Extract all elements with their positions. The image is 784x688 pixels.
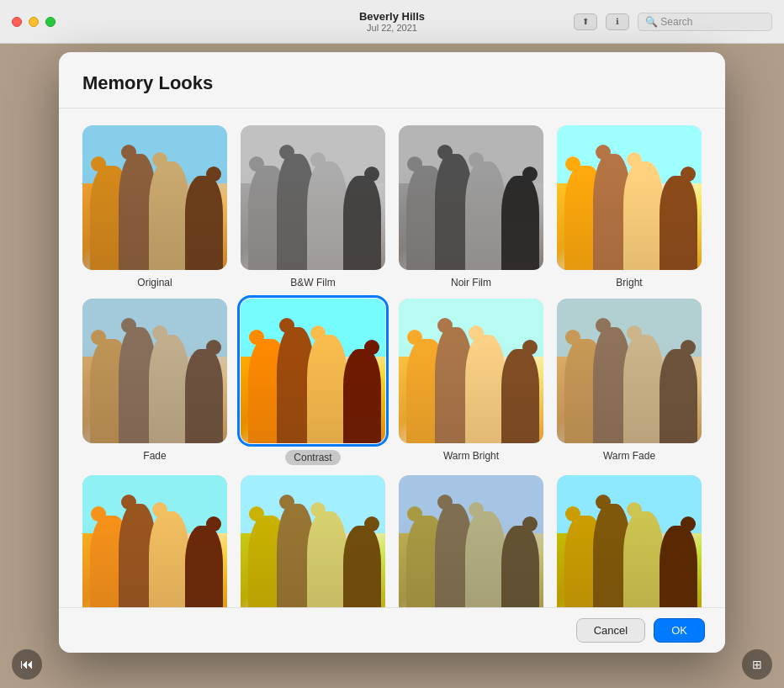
look-label-fade: Fade <box>143 450 166 462</box>
share-button[interactable]: ⬆ <box>574 13 597 30</box>
looks-grid: OriginalB&W FilmNoir FilmBrightFadeContr… <box>82 125 702 607</box>
look-label-wrap-bw-film: B&W Film <box>290 277 335 288</box>
look-thumbnail-noir-film <box>399 125 543 270</box>
look-thumbnail-bright <box>557 125 702 270</box>
look-thumbnail-cool-bright <box>241 475 385 607</box>
grid-button[interactable]: ⊞ <box>742 649 772 680</box>
traffic-lights <box>12 17 56 27</box>
dialog-title: Memory Looks <box>82 72 702 94</box>
cancel-button[interactable]: Cancel <box>576 618 645 643</box>
look-label-wrap-warm-bright: Warm Bright <box>443 450 499 462</box>
titlebar: Beverly Hills Jul 22, 2021 ⬆ ℹ 🔍 Search <box>0 0 784 44</box>
look-item-warm-bright[interactable]: Warm Bright <box>399 299 543 465</box>
look-thumbnail-fade <box>82 299 227 443</box>
look-item-cool-contrast[interactable]: Cool Contrast <box>557 475 702 607</box>
look-thumbnail-contrast <box>241 299 385 443</box>
dialog-header: Memory Looks <box>59 52 725 108</box>
info-button[interactable]: ℹ <box>606 13 629 30</box>
look-item-warm-fade[interactable]: Warm Fade <box>557 299 702 465</box>
look-thumbnail-cool-contrast <box>557 475 702 607</box>
look-item-cool-bright[interactable]: Cool Bright <box>241 475 385 607</box>
look-thumbnail-original <box>82 125 227 270</box>
look-thumbnail-cool-fade <box>399 475 543 607</box>
prev-button[interactable]: ⏮ <box>12 649 42 680</box>
window-title: Beverly Hills <box>359 10 425 23</box>
window-subtitle: Jul 22, 2021 <box>367 23 417 33</box>
minimize-button[interactable] <box>29 17 39 27</box>
look-item-warm-contrast[interactable]: Warm Contrast <box>82 475 227 607</box>
look-thumbnail-warm-bright <box>399 299 543 443</box>
look-label-wrap-bright: Bright <box>616 277 642 288</box>
look-item-bw-film[interactable]: B&W Film <box>241 125 385 288</box>
look-label-bw-film: B&W Film <box>290 277 335 288</box>
look-label-wrap-contrast: Contrast <box>285 450 340 465</box>
memory-looks-dialog: Memory Looks OriginalB&W FilmNoir FilmBr… <box>59 52 725 653</box>
look-item-original[interactable]: Original <box>82 125 227 288</box>
dialog-body: OriginalB&W FilmNoir FilmBrightFadeContr… <box>59 108 725 607</box>
titlebar-controls: ⬆ ℹ 🔍 Search <box>574 13 772 31</box>
search-bar[interactable]: 🔍 Search <box>638 13 772 31</box>
ok-button[interactable]: OK <box>654 618 705 643</box>
window-title-area: Beverly Hills Jul 22, 2021 <box>359 10 425 33</box>
look-label-wrap-original: Original <box>137 277 172 288</box>
look-thumbnail-warm-contrast <box>82 475 227 607</box>
look-label-warm-fade: Warm Fade <box>603 450 655 462</box>
look-thumbnail-bw-film <box>241 125 385 270</box>
look-label-bright: Bright <box>616 277 642 288</box>
look-item-fade[interactable]: Fade <box>82 299 227 465</box>
look-label-noir-film: Noir Film <box>451 277 491 288</box>
maximize-button[interactable] <box>45 17 56 27</box>
look-label-wrap-warm-fade: Warm Fade <box>603 450 655 462</box>
dialog-footer: Cancel OK <box>59 607 725 653</box>
look-label-original: Original <box>137 277 172 288</box>
look-item-cool-fade[interactable]: Cool Fade <box>399 475 543 607</box>
look-thumbnail-warm-fade <box>557 299 702 443</box>
look-label-wrap-fade: Fade <box>143 450 166 462</box>
close-button[interactable] <box>12 17 22 27</box>
look-item-noir-film[interactable]: Noir Film <box>399 125 543 288</box>
look-label-warm-bright: Warm Bright <box>443 450 499 462</box>
look-item-contrast[interactable]: Contrast <box>241 299 385 465</box>
look-label-wrap-noir-film: Noir Film <box>451 277 491 288</box>
look-item-bright[interactable]: Bright <box>557 125 702 288</box>
look-selected-label-contrast: Contrast <box>285 450 340 465</box>
